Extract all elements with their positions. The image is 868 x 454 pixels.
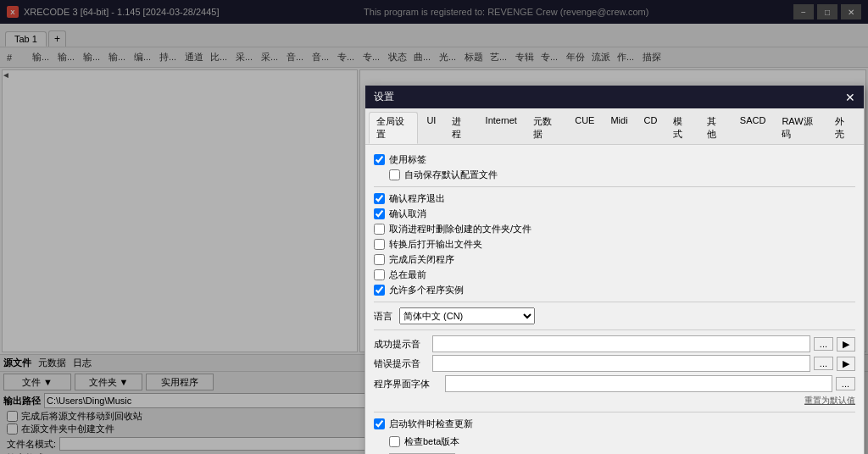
language-label: 语言 [374, 310, 392, 323]
confirm-cancel-label: 确认取消 [389, 208, 426, 220]
success-sound-play[interactable]: ▶ [837, 337, 855, 352]
use-tags-label: 使用标签 [389, 153, 426, 166]
dialog-tab-raw[interactable]: RAW源码 [774, 112, 826, 144]
font-label: 程序界面字体 [374, 378, 442, 390]
success-sound-label: 成功提示音 [374, 338, 429, 351]
dialog-tab-global[interactable]: 全局设置 [369, 112, 418, 144]
auto-update-row: 启动软件时检查更新 [374, 418, 855, 430]
auto-update-label: 启动软件时检查更新 [389, 418, 473, 430]
dialog-close-button[interactable]: ✕ [845, 91, 855, 104]
close-after-checkbox[interactable] [374, 254, 385, 265]
error-sound-input[interactable] [432, 355, 810, 372]
auto-update-checkbox[interactable] [374, 418, 385, 429]
beta-update-label: 检查beta版本 [404, 435, 459, 448]
confirm-cancel-checkbox[interactable] [374, 208, 385, 219]
stay-on-top-checkbox[interactable] [374, 269, 385, 280]
close-after-row: 完成后关闭程序 [374, 253, 855, 266]
beta-update-checkbox[interactable] [389, 436, 400, 447]
confirm-exit-label: 确认程序退出 [389, 192, 445, 205]
reset-default-button[interactable]: 重置为默认值 [804, 395, 855, 407]
success-sound-input[interactable] [432, 335, 810, 352]
auto-save-checkbox[interactable] [389, 169, 400, 180]
allow-multiple-checkbox[interactable] [374, 285, 385, 296]
delete-on-cancel-row: 取消进程时删除创建的文件夹/文件 [374, 223, 855, 235]
stay-on-top-label: 总在最前 [389, 269, 426, 281]
dialog-tab-other[interactable]: 其他 [699, 112, 732, 144]
dialog-tab-sacd[interactable]: SACD [732, 112, 774, 144]
error-sound-label: 错误提示音 [374, 357, 429, 370]
dialog-tab-mode[interactable]: 模式 [665, 112, 698, 144]
stay-on-top-row: 总在最前 [374, 269, 855, 281]
success-sound-browse[interactable]: ... [814, 337, 833, 351]
dialog-tab-ui[interactable]: UI [419, 112, 443, 144]
delete-on-cancel-checkbox[interactable] [374, 224, 385, 235]
font-browse-button[interactable]: ... [836, 377, 855, 390]
dialog-tabs-bar: 全局设置 UI 进程 Internet 元数据 CUE Midi CD 模式 其… [365, 108, 864, 145]
confirm-cancel-row: 确认取消 [374, 208, 855, 220]
reset-font-row: 重置为默认值 [374, 395, 855, 407]
settings-dialog: 设置 ✕ 全局设置 UI 进程 Internet 元数据 CUE Midi CD… [364, 85, 865, 454]
auto-save-label: 自动保存默认配置文件 [404, 169, 498, 181]
confirm-exit-checkbox[interactable] [374, 193, 385, 204]
dialog-tab-cd[interactable]: CD [637, 112, 665, 144]
close-after-label: 完成后关闭程序 [389, 253, 454, 266]
allow-multiple-row: 允许多个程序实例 [374, 284, 855, 296]
dialog-body: 使用标签 自动保存默认配置文件 确认程序退出 确认取消 取消进程时删除创建的文件… [365, 145, 864, 454]
dialog-tab-metadata[interactable]: 元数据 [526, 112, 566, 144]
error-sound-row: 错误提示音 ... ▶ [374, 355, 855, 372]
language-select[interactable]: 简体中文 (CN) [399, 307, 535, 324]
dialog-tab-midi[interactable]: Midi [603, 112, 635, 144]
confirm-exit-row: 确认程序退出 [374, 192, 855, 205]
dialog-tab-cue[interactable]: CUE [567, 112, 602, 144]
update-section: 启动软件时检查更新 检查beta版本 现在检查 [374, 418, 855, 454]
auto-save-row: 自动保存默认配置文件 [389, 169, 855, 181]
allow-multiple-label: 允许多个程序实例 [389, 284, 464, 296]
font-input[interactable] [445, 375, 832, 392]
dialog-tab-internet[interactable]: Internet [478, 112, 525, 144]
error-sound-play[interactable]: ▶ [837, 357, 855, 371]
success-sound-row: 成功提示音 ... ▶ [374, 335, 855, 352]
font-row: 程序界面字体 ... [374, 375, 855, 392]
beta-update-row: 检查beta版本 [389, 435, 855, 448]
dialog-title-text: 设置 [374, 90, 394, 104]
use-tags-row: 使用标签 [374, 153, 855, 166]
main-window: X XRECODE 3 [64-bit] - 1.145 [2024-03-28… [0, 0, 868, 454]
dialog-tab-process[interactable]: 进程 [444, 112, 476, 144]
use-tags-checkbox[interactable] [374, 154, 385, 165]
language-row: 语言 简体中文 (CN) [374, 307, 855, 324]
dialog-title-bar: 设置 ✕ [365, 86, 864, 108]
error-sound-browse[interactable]: ... [814, 357, 833, 370]
open-output-checkbox[interactable] [374, 239, 385, 250]
dialog-tab-shell[interactable]: 外壳 [827, 112, 860, 144]
open-output-label: 转换后打开输出文件夹 [389, 238, 482, 251]
open-output-row: 转换后打开输出文件夹 [374, 238, 855, 251]
delete-on-cancel-label: 取消进程时删除创建的文件夹/文件 [389, 223, 531, 235]
